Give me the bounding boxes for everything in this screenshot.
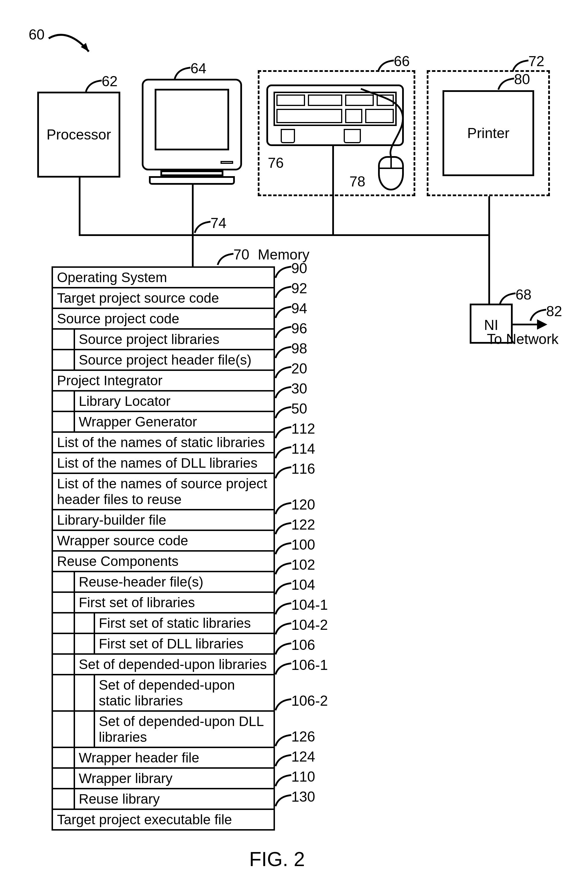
hook-20 [276, 365, 293, 376]
row-pint: Project Integrator [53, 371, 273, 391]
row-dep-set: Set of depended-upon libraries [53, 655, 273, 675]
hook-112 [276, 425, 293, 437]
hook-104-1 [276, 601, 293, 613]
hook-70 [218, 252, 235, 264]
mouse-cord [352, 87, 410, 159]
row-first-dll: First set of DLL libraries [53, 634, 273, 655]
ni-out [513, 324, 538, 325]
ref-64: 64 [190, 60, 207, 77]
drop-output [488, 196, 490, 235]
indent-line2 [94, 613, 95, 655]
ref-126: 126 [291, 728, 315, 745]
hook-68 [500, 292, 517, 303]
ref-92: 92 [291, 280, 308, 297]
row-wrapgen: Wrapper Generator [53, 412, 273, 433]
ref-106-1: 106-1 [291, 657, 328, 673]
ref-94: 94 [291, 300, 308, 317]
printer-label: Printer [444, 125, 532, 141]
hook-30 [276, 385, 293, 397]
hook-74 [195, 220, 212, 231]
ref-68: 68 [516, 286, 532, 303]
hook-130 [276, 793, 293, 805]
ref-112: 112 [291, 420, 315, 437]
hook-124 [276, 753, 293, 765]
hook-100 [276, 541, 293, 553]
hook-104-2 [276, 622, 293, 633]
hook-106 [276, 642, 293, 653]
key-notch [280, 129, 295, 143]
hook-94 [276, 305, 293, 316]
drop-input [332, 196, 334, 235]
key-cluster [308, 94, 342, 106]
printer-box: Printer [442, 90, 534, 176]
row-list-hdr: List of the names of source project head… [53, 474, 273, 510]
monitor-screen [154, 89, 229, 150]
ref-130: 130 [291, 789, 315, 805]
row-libloc: Library Locator [53, 391, 273, 412]
processor-label: Processor [39, 126, 118, 143]
kb-cable [332, 146, 334, 196]
row-wrapsrc: Wrapper source code [53, 531, 273, 552]
ref-114: 114 [291, 441, 315, 457]
row-wrap-hdr: Wrapper header file [53, 748, 273, 769]
ref-96: 96 [291, 320, 308, 337]
row-exe: Target project executable file [53, 810, 273, 829]
row-list-dll: List of the names of DLL libraries [53, 453, 273, 474]
ref-30: 30 [291, 380, 308, 397]
ref-78: 78 [350, 173, 366, 190]
ref-60: 60 [28, 26, 45, 43]
memory-table: Operating System Target project source c… [51, 266, 275, 831]
hook-120 [276, 501, 293, 513]
ref-80: 80 [514, 71, 530, 88]
row-src-hdr: Source project header file(s) [53, 350, 273, 371]
hook-126 [276, 733, 293, 745]
drop-monitor [192, 185, 194, 235]
row-list-static: List of the names of static libraries [53, 433, 273, 453]
hook-96 [276, 325, 293, 337]
row-os: Operating System [53, 268, 273, 288]
row-dep-static: Set of depended-upon static libraries [53, 675, 273, 712]
row-libbld: Library-builder file [53, 510, 273, 531]
indent-line [74, 330, 75, 371]
key-cluster [276, 94, 305, 106]
hook-90 [276, 265, 293, 276]
ref-62: 62 [102, 73, 118, 90]
ref-66: 66 [394, 53, 410, 70]
hook-82 [530, 308, 548, 319]
ref-50: 50 [291, 400, 308, 417]
ref-106-2: 106-2 [291, 693, 328, 709]
ref-110: 110 [291, 768, 315, 785]
mouse-split [390, 158, 392, 168]
hook-102 [276, 561, 293, 573]
ref-76: 76 [268, 154, 284, 171]
figure-caption: FIG. 2 [249, 848, 305, 871]
row-first-static: First set of static libraries [53, 613, 273, 634]
hook-64 [175, 66, 192, 77]
hook-104 [276, 582, 293, 593]
ref-124: 124 [291, 748, 315, 765]
row-reuse-lib: Reuse library [53, 789, 273, 810]
row-dep-dll: Set of depended-upon DLL libraries [53, 712, 273, 748]
hook-66 [378, 59, 395, 70]
drop-memory [192, 234, 194, 266]
hook-122 [276, 521, 293, 533]
ref-70: 70 [233, 246, 249, 263]
hook-106-1 [276, 662, 293, 673]
bus [79, 234, 488, 236]
drop-ni [488, 234, 490, 304]
ref-20: 20 [291, 360, 308, 377]
indent-line [74, 391, 75, 433]
ref-104-2: 104-2 [291, 617, 328, 633]
ref-104-1: 104-1 [291, 597, 328, 613]
ref-122: 122 [291, 516, 315, 533]
ref-98: 98 [291, 340, 308, 357]
key-cluster [276, 109, 342, 123]
arrow-60 [49, 31, 94, 60]
hook-62 [86, 79, 103, 90]
hook-106-2 [276, 697, 293, 709]
ref-74: 74 [210, 215, 226, 231]
row-reuse: Reuse Components [53, 552, 273, 572]
row-src-code: Source project code [53, 309, 273, 330]
hook-98 [276, 345, 293, 357]
drop-processor [79, 178, 81, 235]
